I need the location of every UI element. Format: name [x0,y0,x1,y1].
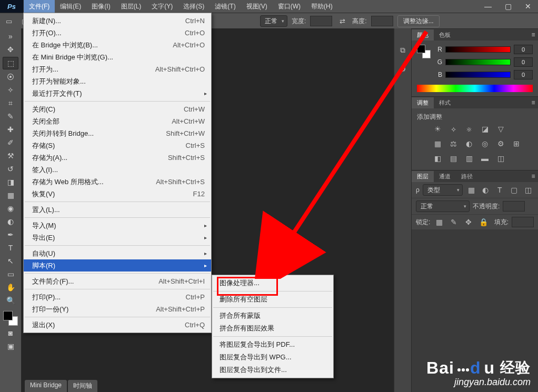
menu-edit[interactable]: 编辑(E) [55,0,86,13]
r-value[interactable]: 0 [514,45,533,54]
submenu-image-processor[interactable]: 图像处理器... [212,277,333,289]
panel-menu-icon[interactable]: ≡ [529,29,538,41]
layer-filter-dropdown[interactable]: 类型 [423,184,463,196]
adj-curves-icon[interactable]: ⨳ [463,124,475,134]
eraser-tool[interactable]: ◨ [3,176,18,188]
tab-adjustments[interactable]: 调整 [412,97,434,108]
close-icon[interactable]: ✕ [518,0,538,13]
tab-mini-bridge[interactable]: Mini Bridge [25,380,67,392]
menu-item-new[interactable]: 新建(N)...Ctrl+N [24,15,211,27]
adj-brightness-icon[interactable]: ☀ [432,124,443,134]
color-fgbg-swatch[interactable] [417,45,431,58]
menu-item-automate[interactable]: 自动(U) [24,247,211,259]
eyedropper-tool[interactable]: ✎ [3,110,18,122]
text-tool[interactable]: T [3,242,18,254]
mode-dropdown[interactable]: 正常 [260,15,287,27]
foreground-background-swatch[interactable] [3,311,18,326]
lock-position-icon[interactable]: ✥ [463,217,474,227]
menu-item-checkin[interactable]: 签入(I)... [24,164,211,176]
history-panel-icon[interactable]: ⧉ [397,44,409,56]
menu-type[interactable]: 文字(Y) [146,0,178,13]
screen-mode-icon[interactable]: ▣ [3,340,18,352]
adj-balance-icon[interactable]: ⚖ [447,138,459,149]
hand-tool[interactable]: ✋ [3,282,18,293]
menu-item-file-info[interactable]: 文件简介(F)...Alt+Shift+Ctrl+I [24,275,211,287]
menu-help[interactable]: 帮助(H) [306,0,338,13]
filter-adjust-icon[interactable]: ◐ [480,185,491,195]
g-slider[interactable] [445,59,511,65]
pen-tool[interactable]: ✒ [3,229,18,240]
menu-window[interactable]: 窗口(W) [273,0,306,13]
tool-preset-icon[interactable]: ▭ [3,15,15,27]
r-slider[interactable] [445,46,511,53]
menu-file[interactable]: 文件(F) [24,0,55,13]
menu-select[interactable]: 选择(S) [178,0,210,13]
menu-item-print-one[interactable]: 打印一份(Y)Alt+Shift+Ctrl+P [24,303,211,315]
filter-smart-icon[interactable]: ◫ [523,185,534,195]
adj-lut-icon[interactable]: ⊞ [511,138,522,149]
crop-tool[interactable]: ⌗ [3,97,18,109]
menu-item-close-all[interactable]: 关闭全部Alt+Ctrl+W [24,115,211,127]
lock-transparency-icon[interactable]: ▦ [433,217,445,227]
shape-tool[interactable]: ▭ [3,268,18,280]
history-brush-tool[interactable]: ↺ [3,163,18,175]
menu-filter[interactable]: 滤镜(T) [210,0,241,13]
b-value[interactable]: 0 [514,70,533,79]
menu-item-open-as[interactable]: 打开为...Alt+Shift+Ctrl+O [24,63,211,75]
adj-selective-color-icon[interactable]: ◫ [495,153,506,164]
refine-edge-button[interactable]: 调整边缘... [397,15,440,27]
width-field[interactable] [310,16,332,26]
menu-view[interactable]: 视图(V) [241,0,273,13]
menu-item-browse-mini-bridge[interactable]: 在 Mini Bridge 中浏览(G)... [24,51,211,63]
blur-tool[interactable]: ◉ [3,203,18,214]
maximize-icon[interactable]: ▢ [498,0,518,13]
adj-bw-icon[interactable]: ◐ [463,138,475,149]
menu-item-scripts[interactable]: 脚本(R) [24,259,211,272]
menu-item-exit[interactable]: 退出(X)Ctrl+Q [24,319,211,331]
opacity-field[interactable] [503,201,525,212]
filter-text-icon[interactable]: T [494,185,505,195]
menu-item-open-smart[interactable]: 打开为智能对象... [24,75,211,87]
menu-item-print[interactable]: 打印(P)...Ctrl+P [24,291,211,303]
lasso-tool[interactable]: ⦿ [3,71,18,83]
tab-swatches[interactable]: 色板 [434,29,456,41]
minimize-icon[interactable]: — [478,0,498,13]
menu-layer[interactable]: 图层(L) [116,0,147,13]
b-slider[interactable] [445,72,511,78]
brush-tool[interactable]: ✐ [3,137,18,148]
adj-vibrance-icon[interactable]: ▽ [495,124,506,134]
tab-styles[interactable]: 样式 [434,97,456,108]
clone-stamp-tool[interactable]: ⚒ [3,150,18,162]
submenu-flatten-layer-fx[interactable]: 拼合所有图层效果 [212,322,333,335]
dodge-tool[interactable]: ◐ [3,216,18,227]
tab-layers[interactable]: 图层 [412,171,434,182]
spectrum-bar[interactable] [417,85,533,92]
fill-field[interactable] [512,217,534,227]
panel-menu-icon[interactable]: ≡ [529,170,538,182]
panel-menu-icon[interactable]: ≡ [529,97,538,108]
menu-item-place[interactable]: 置入(L)... [24,204,211,216]
menu-item-close-goto-bridge[interactable]: 关闭并转到 Bridge...Shift+Ctrl+W [24,127,211,139]
zoom-tool[interactable]: 🔍 [3,295,18,306]
menu-item-save[interactable]: 存储(S)Ctrl+S [24,139,211,152]
submenu-delete-empty-layers[interactable]: 删除所有空图层 [212,293,333,306]
lock-pixels-icon[interactable]: ✎ [448,217,460,227]
properties-panel-icon[interactable]: ⚙ [397,63,409,75]
tab-channels[interactable]: 通道 [434,171,456,182]
height-field[interactable] [371,16,393,26]
tab-timeline[interactable]: 时间轴 [68,380,97,392]
tab-paths[interactable]: 路径 [456,171,478,182]
menu-image[interactable]: 图像(I) [86,0,115,13]
swap-wh-icon[interactable]: ⇄ [336,15,348,27]
g-value[interactable]: 0 [514,57,533,67]
magic-wand-tool[interactable]: ✧ [3,84,18,96]
marquee-tool[interactable]: ⬚ [3,57,18,69]
menu-item-import[interactable]: 导入(M) [24,219,211,232]
submenu-export-comps-wpg[interactable]: 图层复合导出到 WPG... [212,351,333,364]
menu-item-revert[interactable]: 恢复(V)F12 [24,188,211,200]
adj-posterize-icon[interactable]: ▤ [447,153,459,164]
move-tool[interactable]: ✥ [3,44,18,55]
adj-threshold-icon[interactable]: ▥ [463,153,475,164]
adj-levels-icon[interactable]: ⟡ [447,124,459,134]
filter-shape-icon[interactable]: ▢ [509,185,520,195]
